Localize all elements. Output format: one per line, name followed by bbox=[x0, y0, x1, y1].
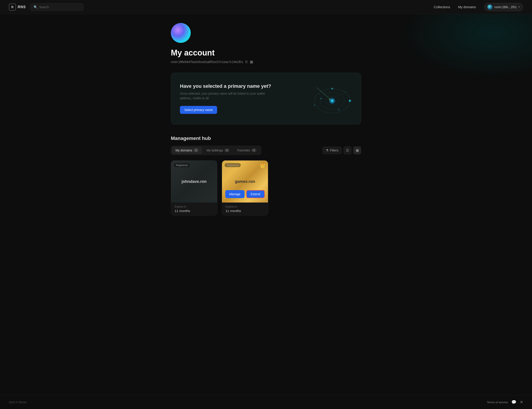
main-content: My account ronin:28fe94d7ba2e9ced1abff1e… bbox=[166, 14, 366, 233]
profile-section: My account ronin:28fe94d7ba2e9ced1abff1e… bbox=[171, 23, 361, 64]
nav-collections[interactable]: Collections bbox=[434, 5, 450, 9]
svg-line-10 bbox=[317, 88, 330, 99]
management-hub-title: Management hub bbox=[171, 136, 361, 141]
search-bar[interactable]: 🔍 Search bbox=[30, 3, 83, 11]
card-footer-1: Expires in 11 months bbox=[171, 202, 217, 215]
copy-icon[interactable]: ⎘ bbox=[246, 60, 248, 64]
logo-icon: R bbox=[9, 4, 16, 11]
domain-name-2: games.ron bbox=[235, 179, 255, 184]
twitter-x-icon[interactable]: ✕ bbox=[520, 400, 523, 405]
avatar bbox=[171, 23, 191, 43]
expires-label-2: Expires in bbox=[226, 205, 265, 208]
management-hub: Management hub My domains 2 My biddings … bbox=[171, 136, 361, 216]
address-row: ronin:28fe94d7ba2e9ced1abff1ec57c1eac7c1… bbox=[171, 60, 361, 64]
search-icon: 🔍 bbox=[34, 5, 38, 9]
copyright: 2023 © Ronin bbox=[9, 400, 27, 404]
svg-point-13 bbox=[345, 91, 346, 92]
svg-point-12 bbox=[314, 105, 315, 106]
extend-button[interactable]: Extend bbox=[246, 190, 265, 198]
grid-icon: ⊞ bbox=[356, 148, 359, 153]
expires-value-1: 11 months bbox=[175, 209, 214, 213]
wallet-avatar bbox=[487, 4, 493, 10]
wallet-full-address: ronin:28fe94d7ba2e9ced1abff1ec57c1eac7c1… bbox=[171, 60, 243, 64]
svg-point-6 bbox=[349, 100, 351, 102]
banner-title: Have you selected a primary name yet? bbox=[180, 83, 304, 89]
filter-icon: ⚗ bbox=[326, 149, 329, 152]
header: R RNS 🔍 Search Collections My domains ro… bbox=[0, 0, 532, 14]
banner-description: Once selected, your primary name will be… bbox=[180, 91, 268, 100]
svg-point-9 bbox=[338, 109, 340, 110]
view-controls: ⚗ Filters ☰ ⊞ bbox=[323, 146, 361, 154]
select-primary-name-button[interactable]: Select primary name bbox=[180, 106, 217, 114]
bg-glow bbox=[399, 13, 532, 80]
wallet-address: ronin:28fe...1fh1 bbox=[494, 5, 517, 9]
list-icon: ☰ bbox=[346, 148, 349, 153]
svg-point-8 bbox=[320, 98, 322, 99]
banner-illustration bbox=[304, 81, 352, 116]
crown-icon: 👑 bbox=[260, 163, 265, 168]
domain-card-games: Registered 👑 games.ron Manage Extend Exp… bbox=[222, 160, 268, 216]
svg-point-14 bbox=[319, 94, 319, 95]
primary-name-banner: Have you selected a primary name yet? On… bbox=[171, 73, 361, 125]
tab-my-biddings-count: 0 bbox=[224, 149, 229, 152]
card-image-grey: Registered johndave.ron bbox=[171, 161, 217, 202]
banner-content: Have you selected a primary name yet? On… bbox=[180, 83, 304, 114]
footer-links: Terms of service 💬 ✕ bbox=[487, 400, 523, 405]
terms-of-service-link[interactable]: Terms of service bbox=[487, 400, 508, 404]
page-title: My account bbox=[171, 48, 361, 57]
wallet-button[interactable]: ronin:28fe...1fh1 ▾ bbox=[484, 3, 523, 11]
card-footer-2: Expires in 11 months bbox=[222, 202, 268, 215]
domain-card-johndave: Registered johndave.ron Expires in 11 mo… bbox=[171, 160, 217, 216]
expires-value-2: 11 months bbox=[226, 209, 265, 213]
svg-point-7 bbox=[331, 88, 333, 90]
discord-icon[interactable]: 💬 bbox=[512, 400, 516, 405]
tab-group: My domains 2 My biddings 0 Favorites 0 bbox=[171, 146, 261, 155]
list-view-button[interactable]: ☰ bbox=[343, 146, 352, 154]
expires-label-1: Expires in bbox=[175, 205, 214, 208]
logo[interactable]: R RNS bbox=[9, 4, 26, 11]
card-image-gold: Registered 👑 games.ron Manage Extend bbox=[222, 161, 268, 202]
tab-favorites-count: 0 bbox=[251, 149, 256, 152]
svg-point-5 bbox=[331, 100, 333, 102]
registered-badge-1: Registered bbox=[174, 163, 190, 167]
tab-my-domains[interactable]: My domains 2 bbox=[172, 147, 202, 154]
chevron-down-icon: ▾ bbox=[519, 6, 520, 9]
page-footer: 2023 © Ronin Terms of service 💬 ✕ bbox=[0, 395, 532, 409]
registered-badge-2: Registered bbox=[225, 163, 241, 167]
domain-name-1: johndave.ron bbox=[181, 179, 207, 184]
tab-my-biddings[interactable]: My biddings 0 bbox=[203, 147, 233, 154]
cards-grid: Registered johndave.ron Expires in 11 mo… bbox=[171, 160, 361, 216]
header-nav: Collections My domains ronin:28fe...1fh1… bbox=[434, 3, 523, 11]
search-label: Search bbox=[39, 5, 49, 9]
logo-text: RNS bbox=[18, 5, 26, 9]
tabs-row: My domains 2 My biddings 0 Favorites 0 ⚗… bbox=[171, 146, 361, 155]
filters-button[interactable]: ⚗ Filters bbox=[323, 146, 342, 154]
card-actions-2: Manage Extend bbox=[222, 188, 268, 200]
nav-my-domains[interactable]: My domains bbox=[458, 5, 476, 9]
grid-view-button[interactable]: ⊞ bbox=[353, 146, 361, 154]
tab-my-domains-count: 2 bbox=[193, 149, 199, 152]
manage-button[interactable]: Manage bbox=[225, 190, 245, 198]
tab-favorites[interactable]: Favorites 0 bbox=[234, 147, 260, 154]
header-left: R RNS 🔍 Search bbox=[9, 3, 83, 11]
qr-icon[interactable]: ▦ bbox=[250, 60, 253, 64]
